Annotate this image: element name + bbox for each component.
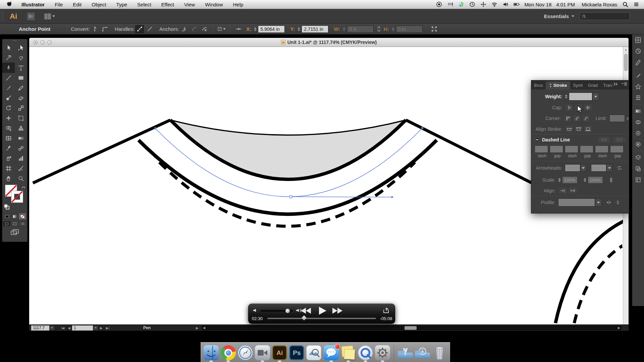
hand-tool[interactable] (2, 173, 15, 183)
graphic-styles-panel-icon[interactable] (632, 139, 644, 150)
volume-knob[interactable] (285, 309, 290, 313)
dock-preview-icon[interactable] (306, 345, 321, 360)
gradient-panel-icon[interactable] (632, 106, 644, 117)
playhead-scrubber[interactable] (301, 315, 307, 321)
dock-chrome-icon[interactable] (221, 345, 236, 360)
menu-type[interactable]: Type (111, 0, 132, 9)
w-stepper[interactable] (343, 27, 345, 31)
volume-menu-icon[interactable] (502, 1, 508, 8)
layers-panel-icon[interactable] (632, 152, 644, 163)
wifi-menu-icon[interactable] (491, 1, 497, 8)
profile-dropdown-button[interactable] (595, 198, 602, 206)
free-transform-icon[interactable] (430, 25, 439, 33)
cut-path-button[interactable] (200, 25, 209, 33)
dock-messages-icon[interactable] (324, 345, 339, 360)
vertical-scroll-thumb[interactable] (624, 54, 628, 71)
dash-field-3[interactable] (595, 145, 608, 153)
gap-field-3[interactable] (610, 145, 624, 153)
free-transform-tool[interactable] (15, 113, 27, 123)
apple-menu-icon[interactable] (0, 0, 16, 9)
scale-start-stepper[interactable] (558, 178, 561, 182)
screen-record-menu-icon[interactable] (436, 1, 442, 8)
dash-field-1[interactable] (535, 145, 548, 153)
h-stepper[interactable] (392, 27, 394, 31)
align-stroke-center-button[interactable] (565, 125, 574, 133)
first-artboard-button[interactable]: |◀ (59, 326, 66, 330)
menu-select[interactable]: Select (132, 0, 156, 9)
align-stroke-outside-button[interactable] (584, 125, 592, 133)
width-tool[interactable] (2, 113, 15, 123)
default-fill-stroke-icon[interactable] (4, 204, 9, 209)
mesh-tool[interactable] (2, 133, 15, 143)
pen-tool[interactable] (2, 63, 15, 73)
swap-arrowheads-icon[interactable] (616, 166, 623, 170)
dash-field-2[interactable] (565, 145, 578, 153)
slice-tool[interactable] (15, 163, 27, 173)
tools-panel-grip[interactable] (2, 39, 27, 43)
progress-bar[interactable] (267, 318, 376, 319)
menu-help[interactable]: Help (228, 0, 249, 9)
align-stroke-inside-button[interactable] (574, 125, 583, 133)
menu-effect[interactable]: Effect (156, 0, 179, 9)
transform-options-button[interactable] (217, 25, 226, 33)
artboard-number-field[interactable]: 1 (72, 325, 93, 330)
time-machine-menu-icon[interactable] (469, 1, 475, 8)
draw-behind-button[interactable] (11, 221, 18, 226)
artboards-panel-icon[interactable] (632, 163, 644, 174)
scale-end-stepper[interactable] (584, 178, 586, 182)
search-input[interactable] (580, 12, 630, 20)
color-guide-panel-icon[interactable] (632, 46, 644, 57)
align-arrowhead-tip-button[interactable] (558, 187, 568, 194)
eyedropper-tool[interactable] (2, 143, 15, 153)
convert-to-corner-button[interactable] (91, 25, 99, 33)
brushes-panel-icon[interactable] (632, 70, 644, 81)
connect-anchor-button[interactable] (190, 25, 199, 33)
last-artboard-button[interactable]: ▶| (104, 326, 111, 330)
menu-edit[interactable]: Edit (68, 0, 87, 9)
x-stepper[interactable] (254, 27, 257, 31)
x-value-field[interactable]: 5.9064 in (258, 25, 285, 33)
notification-center-icon[interactable] (633, 1, 639, 8)
shape-builder-tool[interactable] (2, 123, 15, 133)
arrowhead-start-dropdown[interactable] (580, 164, 586, 172)
zoom-window-button[interactable] (47, 40, 52, 45)
menu-view[interactable]: View (179, 0, 200, 9)
gap-field-2[interactable] (580, 145, 593, 153)
remove-anchor-button[interactable] (180, 25, 189, 33)
horizontal-scrollbar[interactable]: ◀ ▶ (202, 325, 622, 330)
h-value-field[interactable]: 0 in (396, 25, 423, 33)
perspective-grid-tool[interactable] (15, 123, 27, 133)
expand-panel-icon[interactable] (613, 82, 618, 86)
type-tool[interactable] (15, 63, 27, 73)
change-screen-mode-button[interactable] (2, 229, 27, 236)
selection-tool[interactable] (2, 43, 15, 53)
spaces-menu-icon[interactable] (480, 1, 486, 8)
blend-tool[interactable] (15, 143, 27, 153)
butt-cap-button[interactable] (565, 104, 574, 111)
window-title-bar[interactable]: Unit 1-1.ai* @ 1117.74% (CMYK/Preview) (29, 38, 629, 47)
eraser-tool[interactable] (15, 93, 27, 103)
appearance-panel-icon[interactable] (632, 128, 644, 139)
volume-slider[interactable] (261, 310, 293, 312)
dock-facetime-icon[interactable] (255, 345, 270, 360)
minimize-window-button[interactable] (40, 40, 45, 45)
scale-start-field[interactable]: 100% (562, 176, 578, 184)
tab-gradient[interactable]: Grad (585, 81, 600, 89)
dock-illustrator-icon[interactable]: Ai (272, 345, 287, 360)
horizontal-scroll-thumb[interactable] (405, 326, 417, 330)
dock-downloads-folder-icon[interactable] (415, 345, 430, 360)
menu-date[interactable]: Mon Nov 18 (524, 2, 551, 7)
tab-stroke[interactable]: Stroke (546, 81, 570, 89)
link-scales-icon[interactable] (608, 177, 614, 183)
dock-stickies-icon[interactable] (341, 345, 356, 360)
w-value-field[interactable]: 0 in (347, 25, 374, 33)
scale-end-field[interactable]: 100% (588, 176, 603, 184)
arrowhead-end-dropdown[interactable] (606, 164, 612, 172)
swatches-panel-icon[interactable] (632, 57, 644, 68)
artboard-tool[interactable] (2, 163, 15, 173)
weight-value-field[interactable] (569, 93, 592, 101)
zoom-tool[interactable] (15, 173, 27, 183)
menu-illustrator[interactable]: Illustrator (16, 0, 50, 9)
isolate-selected-icon[interactable] (234, 25, 243, 33)
y-stepper[interactable] (298, 27, 300, 31)
